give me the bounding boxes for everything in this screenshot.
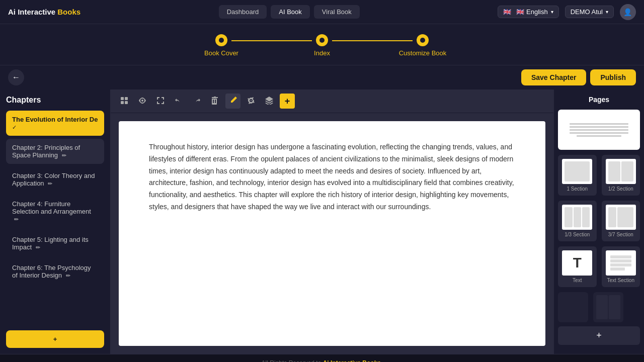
chapter-name-5: Chapter 5: Lighting and its Impact — [12, 236, 89, 251]
page-line-5 — [577, 135, 621, 137]
more-templates — [558, 292, 640, 322]
toolbar-actions: Save Chapter Publish — [521, 69, 636, 85]
back-button[interactable]: ← — [8, 69, 24, 85]
steps-bar: Book Cover Index Customize Book — [0, 24, 644, 65]
edit-icon-5: ✏ — [36, 244, 40, 250]
chapters-title: Chapters — [6, 96, 104, 105]
chapter-item-5[interactable]: Chapter 5: Lighting and its Impact ✏ — [6, 231, 104, 256]
template-1-section[interactable]: 1 Section — [558, 155, 597, 196]
logo: Ai Interactive Books — [8, 8, 80, 16]
back-arrow-icon: ← — [12, 73, 20, 82]
edit-icon-6: ✏ — [66, 273, 70, 279]
expand-icon — [156, 97, 165, 106]
svg-rect-1 — [125, 97, 128, 100]
chapter-item-1[interactable]: ✓ — [6, 111, 104, 136]
chapter-name-6: Chapter 6: The Psychology of Interior De… — [12, 264, 91, 279]
template-label-37: 3/7 Section — [608, 232, 633, 237]
chapter-item-4[interactable]: Chapter 4: Furniture Selection and Arran… — [6, 195, 104, 228]
active-page-thumb[interactable] — [558, 110, 640, 150]
undo-tool-button[interactable] — [171, 94, 186, 109]
pages-panel: Pages 1 Section — [553, 89, 644, 354]
settings-tool-button[interactable] — [244, 94, 259, 109]
main-nav: Dashboard AI Book Viral Book — [219, 5, 360, 19]
step-index[interactable]: Index — [272, 34, 372, 57]
redo-tool-button[interactable] — [189, 94, 204, 109]
add-element-button[interactable]: + — [280, 94, 295, 109]
page-line-1 — [570, 123, 629, 125]
template-text-section[interactable]: Text Section — [602, 246, 640, 287]
add-page-button[interactable]: + — [558, 326, 640, 345]
grid-icon — [120, 97, 128, 106]
template-text[interactable]: T Text — [558, 246, 597, 287]
save-chapter-button[interactable]: Save Chapter — [521, 69, 586, 85]
nav-viralbook[interactable]: Viral Book — [314, 5, 360, 19]
step-label-1: Book Cover — [204, 49, 238, 57]
toolbar-row: ← Save Chapter Publish — [0, 65, 644, 89]
lang-label: 🇬🇧 English — [516, 8, 547, 16]
chapter-name-3: Chapter 3: Color Theory and Application — [12, 172, 95, 187]
chapter-item-3[interactable]: Chapter 3: Color Theory and Application … — [6, 167, 104, 192]
page-line-4 — [570, 132, 629, 134]
footer-brand: Ai Interactive Books. — [323, 359, 383, 362]
undo-icon — [175, 97, 183, 106]
template-label-textsec: Text Section — [607, 278, 634, 283]
chevron-down-icon: ▾ — [606, 9, 608, 15]
template-preview-1 — [562, 159, 592, 184]
edit-tool-button[interactable] — [225, 94, 240, 109]
edit-icon-3: ✏ — [48, 180, 52, 187]
nav-aibook[interactable]: AI Book — [271, 5, 310, 19]
grid-tool-button[interactable] — [117, 94, 132, 109]
template-extra-1 — [558, 292, 588, 322]
template-third-section[interactable]: 1/3 Section — [558, 201, 597, 241]
step-label-2: Index — [314, 49, 330, 57]
editor-toolbar: + — [111, 89, 553, 113]
chapter-item-6[interactable]: Chapter 6: The Psychology of Interior De… — [6, 259, 104, 284]
delete-tool-button[interactable] — [207, 94, 222, 109]
edit-icon-2: ✏ — [62, 152, 66, 158]
step-book-cover[interactable]: Book Cover — [171, 34, 272, 57]
pages-title: Pages — [558, 96, 640, 104]
svg-rect-3 — [125, 101, 128, 104]
add-chapter-button[interactable]: + — [6, 330, 104, 348]
template-preview-third — [562, 205, 592, 230]
publish-button[interactable]: Publish — [590, 69, 636, 85]
nav-dashboard[interactable]: Dashboard — [219, 5, 267, 19]
template-37-section[interactable]: 3/7 Section — [602, 201, 640, 241]
preview-tool-button[interactable] — [135, 94, 150, 109]
chapter-name-input-1[interactable] — [12, 116, 98, 123]
user-label: DEMO Atul — [571, 8, 603, 16]
pencil-icon — [229, 97, 237, 106]
template-label-1: 1 Section — [567, 186, 588, 192]
header-right: 🇬🇧 🇬🇧 English ▾ DEMO Atul ▾ 👤 — [498, 4, 636, 20]
template-label-half: 1/2 Section — [608, 186, 633, 192]
step-customize[interactable]: Customize Book — [372, 34, 473, 57]
main-layout: Chapters ✓ Chapter 2: Principles of Spac… — [0, 89, 644, 354]
logo-highlight: Books — [57, 8, 80, 16]
editor-content[interactable]: Throughout history, interior design has … — [119, 121, 545, 346]
layers-icon — [265, 97, 273, 106]
edit-icon-4: ✏ — [14, 216, 19, 222]
page-line-2 — [570, 126, 629, 128]
chapters-sidebar: Chapters ✓ Chapter 2: Principles of Spac… — [0, 89, 111, 354]
user-menu[interactable]: DEMO Atul ▾ — [565, 6, 614, 18]
template-half-section[interactable]: 1/2 Section — [602, 155, 640, 196]
template-preview-half — [606, 159, 636, 184]
svg-rect-2 — [121, 101, 124, 104]
eye-icon — [138, 97, 146, 105]
avatar[interactable]: 👤 — [620, 4, 636, 20]
logo-text: Ai Interactive — [8, 8, 55, 16]
chapter-name-2: Chapter 2: Principles of Space Planning — [12, 144, 80, 159]
template-preview-textsec — [606, 250, 636, 276]
add-icon: + — [53, 335, 57, 343]
template-extra-2 — [593, 292, 623, 322]
layers-tool-button[interactable] — [262, 94, 277, 109]
expand-tool-button[interactable] — [153, 94, 168, 109]
chapter-item-2[interactable]: Chapter 2: Principles of Space Planning … — [6, 139, 104, 164]
plus-icon: + — [596, 330, 602, 341]
step-label-3: Customize Book — [399, 49, 447, 57]
sidebar-bottom: + — [6, 330, 104, 354]
language-selector[interactable]: 🇬🇧 🇬🇧 English ▾ — [498, 6, 558, 18]
editor-area: + Throughout history, interior design ha… — [111, 89, 553, 354]
redo-icon — [193, 97, 201, 106]
template-label-text: Text — [573, 278, 582, 283]
